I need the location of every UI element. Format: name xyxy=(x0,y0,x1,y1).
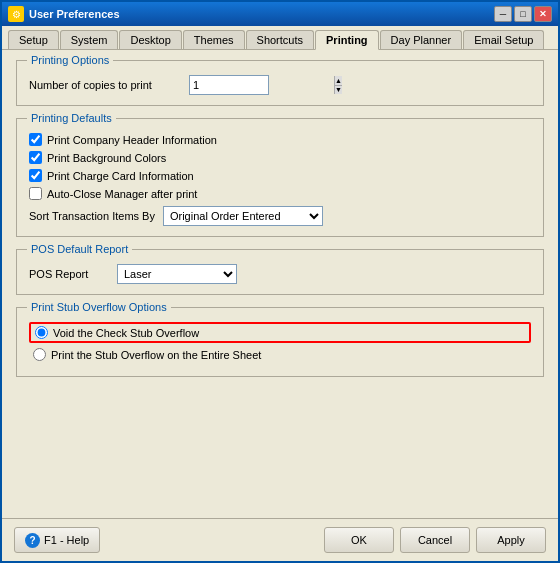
tab-shortcuts[interactable]: Shortcuts xyxy=(246,30,314,49)
checkbox-company-header-label: Print Company Header Information xyxy=(47,134,217,146)
printing-options-label: Printing Options xyxy=(27,54,113,66)
checkbox-company-header[interactable] xyxy=(29,133,42,146)
printing-defaults-group: Printing Defaults Print Company Header I… xyxy=(16,118,544,237)
checkbox-row-0: Print Company Header Information xyxy=(29,133,531,146)
radio-void-label: Void the Check Stub Overflow xyxy=(53,327,199,339)
checkbox-charge-card[interactable] xyxy=(29,169,42,182)
title-bar: ⚙ User Preferences ─ □ ✕ xyxy=(2,2,558,26)
main-window: ⚙ User Preferences ─ □ ✕ Setup System De… xyxy=(0,0,560,563)
pos-default-label: POS Default Report xyxy=(27,243,132,255)
checkbox-background-colors-label: Print Background Colors xyxy=(47,152,166,164)
maximize-button[interactable]: □ xyxy=(514,6,532,22)
bottom-right-buttons: OK Cancel Apply xyxy=(324,527,546,553)
radio-void-row: Void the Check Stub Overflow xyxy=(29,322,531,343)
tab-day-planner[interactable]: Day Planner xyxy=(380,30,463,49)
title-buttons: ─ □ ✕ xyxy=(494,6,552,22)
help-button[interactable]: ? F1 - Help xyxy=(14,527,100,553)
checkbox-auto-close[interactable] xyxy=(29,187,42,200)
copies-row: Number of copies to print ▲ ▼ xyxy=(29,75,531,95)
printing-defaults-label: Printing Defaults xyxy=(27,112,116,124)
pos-default-group: POS Default Report POS Report Laser Rece… xyxy=(16,249,544,295)
copies-label: Number of copies to print xyxy=(29,79,189,91)
ok-button[interactable]: OK xyxy=(324,527,394,553)
sort-select[interactable]: Original Order Entered Item Name Item Pr… xyxy=(163,206,323,226)
printing-options-group: Printing Options Number of copies to pri… xyxy=(16,60,544,106)
spinbox-buttons: ▲ ▼ xyxy=(334,76,342,94)
tab-email-setup[interactable]: Email Setup xyxy=(463,30,544,49)
pos-report-select[interactable]: Laser Receipt Both xyxy=(117,264,237,284)
tabs-bar: Setup System Desktop Themes Shortcuts Pr… xyxy=(2,26,558,50)
copies-spinbox[interactable]: ▲ ▼ xyxy=(189,75,269,95)
tab-themes[interactable]: Themes xyxy=(183,30,245,49)
bottom-bar: ? F1 - Help OK Cancel Apply xyxy=(2,518,558,561)
help-icon: ? xyxy=(25,533,40,548)
checkbox-row-2: Print Charge Card Information xyxy=(29,169,531,182)
pos-row: POS Report Laser Receipt Both xyxy=(29,264,531,284)
close-button[interactable]: ✕ xyxy=(534,6,552,22)
checkbox-charge-card-label: Print Charge Card Information xyxy=(47,170,194,182)
radio-void[interactable] xyxy=(35,326,48,339)
radio-entire-sheet-label: Print the Stub Overflow on the Entire Sh… xyxy=(51,349,261,361)
title-bar-left: ⚙ User Preferences xyxy=(8,6,120,22)
tab-system[interactable]: System xyxy=(60,30,119,49)
apply-button[interactable]: Apply xyxy=(476,527,546,553)
content-area: Printing Options Number of copies to pri… xyxy=(2,50,558,518)
window-title: User Preferences xyxy=(29,8,120,20)
tab-printing[interactable]: Printing xyxy=(315,30,379,50)
radio-entire-sheet[interactable] xyxy=(33,348,46,361)
checkbox-row-1: Print Background Colors xyxy=(29,151,531,164)
checkbox-auto-close-label: Auto-Close Manager after print xyxy=(47,188,197,200)
cancel-button[interactable]: Cancel xyxy=(400,527,470,553)
sort-label: Sort Transaction Items By xyxy=(29,210,155,222)
stub-overflow-label: Print Stub Overflow Options xyxy=(27,301,171,313)
radio-entire-sheet-row: Print the Stub Overflow on the Entire Sh… xyxy=(29,348,531,361)
tab-setup[interactable]: Setup xyxy=(8,30,59,49)
checkbox-row-3: Auto-Close Manager after print xyxy=(29,187,531,200)
sort-row: Sort Transaction Items By Original Order… xyxy=(29,206,531,226)
help-label: F1 - Help xyxy=(44,534,89,546)
spinbox-down[interactable]: ▼ xyxy=(334,86,342,95)
spinbox-up[interactable]: ▲ xyxy=(334,76,342,86)
stub-overflow-group: Print Stub Overflow Options Void the Che… xyxy=(16,307,544,377)
minimize-button[interactable]: ─ xyxy=(494,6,512,22)
checkbox-background-colors[interactable] xyxy=(29,151,42,164)
copies-input[interactable] xyxy=(190,76,334,94)
app-icon: ⚙ xyxy=(8,6,24,22)
tab-desktop[interactable]: Desktop xyxy=(119,30,181,49)
pos-report-label: POS Report xyxy=(29,268,109,280)
